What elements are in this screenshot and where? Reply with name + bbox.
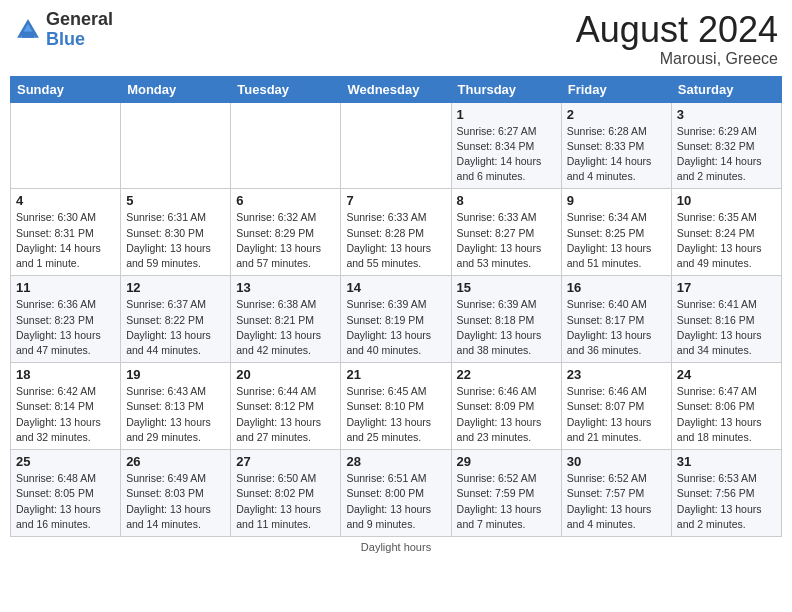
calendar-cell: 22Sunrise: 6:46 AM Sunset: 8:09 PM Dayli… — [451, 363, 561, 450]
title-block: August 2024 Marousi, Greece — [576, 10, 778, 68]
calendar-cell: 28Sunrise: 6:51 AM Sunset: 8:00 PM Dayli… — [341, 450, 451, 537]
day-number: 29 — [457, 454, 556, 469]
day-info: Sunrise: 6:53 AM Sunset: 7:56 PM Dayligh… — [677, 471, 776, 532]
day-number: 3 — [677, 107, 776, 122]
day-number: 21 — [346, 367, 445, 382]
calendar-cell — [341, 102, 451, 189]
logo-icon — [14, 16, 42, 44]
calendar-cell: 17Sunrise: 6:41 AM Sunset: 8:16 PM Dayli… — [671, 276, 781, 363]
day-of-week-header: Saturday — [671, 76, 781, 102]
day-info: Sunrise: 6:36 AM Sunset: 8:23 PM Dayligh… — [16, 297, 115, 358]
day-number: 17 — [677, 280, 776, 295]
calendar-cell: 3Sunrise: 6:29 AM Sunset: 8:32 PM Daylig… — [671, 102, 781, 189]
calendar-cell: 13Sunrise: 6:38 AM Sunset: 8:21 PM Dayli… — [231, 276, 341, 363]
calendar-cell: 10Sunrise: 6:35 AM Sunset: 8:24 PM Dayli… — [671, 189, 781, 276]
day-info: Sunrise: 6:46 AM Sunset: 8:09 PM Dayligh… — [457, 384, 556, 445]
day-info: Sunrise: 6:33 AM Sunset: 8:27 PM Dayligh… — [457, 210, 556, 271]
day-number: 27 — [236, 454, 335, 469]
logo-blue-text: Blue — [46, 29, 85, 49]
calendar-cell: 1Sunrise: 6:27 AM Sunset: 8:34 PM Daylig… — [451, 102, 561, 189]
day-info: Sunrise: 6:32 AM Sunset: 8:29 PM Dayligh… — [236, 210, 335, 271]
day-info: Sunrise: 6:42 AM Sunset: 8:14 PM Dayligh… — [16, 384, 115, 445]
calendar-cell: 27Sunrise: 6:50 AM Sunset: 8:02 PM Dayli… — [231, 450, 341, 537]
calendar-cell: 8Sunrise: 6:33 AM Sunset: 8:27 PM Daylig… — [451, 189, 561, 276]
calendar-week-row: 18Sunrise: 6:42 AM Sunset: 8:14 PM Dayli… — [11, 363, 782, 450]
day-number: 20 — [236, 367, 335, 382]
calendar-cell: 31Sunrise: 6:53 AM Sunset: 7:56 PM Dayli… — [671, 450, 781, 537]
calendar-cell: 14Sunrise: 6:39 AM Sunset: 8:19 PM Dayli… — [341, 276, 451, 363]
location-subtitle: Marousi, Greece — [576, 50, 778, 68]
day-number: 22 — [457, 367, 556, 382]
day-number: 9 — [567, 193, 666, 208]
day-number: 7 — [346, 193, 445, 208]
day-info: Sunrise: 6:46 AM Sunset: 8:07 PM Dayligh… — [567, 384, 666, 445]
calendar-cell: 2Sunrise: 6:28 AM Sunset: 8:33 PM Daylig… — [561, 102, 671, 189]
day-number: 12 — [126, 280, 225, 295]
day-info: Sunrise: 6:41 AM Sunset: 8:16 PM Dayligh… — [677, 297, 776, 358]
calendar-cell: 16Sunrise: 6:40 AM Sunset: 8:17 PM Dayli… — [561, 276, 671, 363]
day-of-week-header: Friday — [561, 76, 671, 102]
calendar-cell: 7Sunrise: 6:33 AM Sunset: 8:28 PM Daylig… — [341, 189, 451, 276]
calendar-table: SundayMondayTuesdayWednesdayThursdayFrid… — [10, 76, 782, 537]
day-info: Sunrise: 6:47 AM Sunset: 8:06 PM Dayligh… — [677, 384, 776, 445]
day-info: Sunrise: 6:43 AM Sunset: 8:13 PM Dayligh… — [126, 384, 225, 445]
day-number: 19 — [126, 367, 225, 382]
calendar-cell: 15Sunrise: 6:39 AM Sunset: 8:18 PM Dayli… — [451, 276, 561, 363]
day-number: 23 — [567, 367, 666, 382]
calendar-cell: 26Sunrise: 6:49 AM Sunset: 8:03 PM Dayli… — [121, 450, 231, 537]
day-info: Sunrise: 6:50 AM Sunset: 8:02 PM Dayligh… — [236, 471, 335, 532]
day-of-week-header: Monday — [121, 76, 231, 102]
day-info: Sunrise: 6:45 AM Sunset: 8:10 PM Dayligh… — [346, 384, 445, 445]
day-info: Sunrise: 6:34 AM Sunset: 8:25 PM Dayligh… — [567, 210, 666, 271]
day-number: 2 — [567, 107, 666, 122]
day-number: 10 — [677, 193, 776, 208]
day-number: 1 — [457, 107, 556, 122]
month-year-title: August 2024 — [576, 10, 778, 50]
calendar-cell: 18Sunrise: 6:42 AM Sunset: 8:14 PM Dayli… — [11, 363, 121, 450]
day-info: Sunrise: 6:33 AM Sunset: 8:28 PM Dayligh… — [346, 210, 445, 271]
logo: General Blue — [14, 10, 113, 50]
day-of-week-header: Tuesday — [231, 76, 341, 102]
day-number: 13 — [236, 280, 335, 295]
calendar-cell: 4Sunrise: 6:30 AM Sunset: 8:31 PM Daylig… — [11, 189, 121, 276]
day-info: Sunrise: 6:44 AM Sunset: 8:12 PM Dayligh… — [236, 384, 335, 445]
day-info: Sunrise: 6:39 AM Sunset: 8:18 PM Dayligh… — [457, 297, 556, 358]
day-info: Sunrise: 6:35 AM Sunset: 8:24 PM Dayligh… — [677, 210, 776, 271]
calendar-week-row: 4Sunrise: 6:30 AM Sunset: 8:31 PM Daylig… — [11, 189, 782, 276]
day-number: 11 — [16, 280, 115, 295]
day-info: Sunrise: 6:40 AM Sunset: 8:17 PM Dayligh… — [567, 297, 666, 358]
calendar-cell: 29Sunrise: 6:52 AM Sunset: 7:59 PM Dayli… — [451, 450, 561, 537]
logo-text: General Blue — [46, 10, 113, 50]
day-info: Sunrise: 6:28 AM Sunset: 8:33 PM Dayligh… — [567, 124, 666, 185]
svg-rect-2 — [22, 31, 34, 37]
day-info: Sunrise: 6:31 AM Sunset: 8:30 PM Dayligh… — [126, 210, 225, 271]
calendar-cell: 20Sunrise: 6:44 AM Sunset: 8:12 PM Dayli… — [231, 363, 341, 450]
day-number: 16 — [567, 280, 666, 295]
calendar-header-row: SundayMondayTuesdayWednesdayThursdayFrid… — [11, 76, 782, 102]
day-number: 5 — [126, 193, 225, 208]
calendar-cell: 21Sunrise: 6:45 AM Sunset: 8:10 PM Dayli… — [341, 363, 451, 450]
footer-note: Daylight hours — [10, 541, 782, 553]
calendar-week-row: 25Sunrise: 6:48 AM Sunset: 8:05 PM Dayli… — [11, 450, 782, 537]
day-number: 30 — [567, 454, 666, 469]
calendar-cell — [121, 102, 231, 189]
day-number: 8 — [457, 193, 556, 208]
day-number: 18 — [16, 367, 115, 382]
daylight-label: Daylight hours — [361, 541, 431, 553]
day-info: Sunrise: 6:52 AM Sunset: 7:59 PM Dayligh… — [457, 471, 556, 532]
day-number: 15 — [457, 280, 556, 295]
day-number: 25 — [16, 454, 115, 469]
day-number: 6 — [236, 193, 335, 208]
day-info: Sunrise: 6:48 AM Sunset: 8:05 PM Dayligh… — [16, 471, 115, 532]
calendar-cell: 11Sunrise: 6:36 AM Sunset: 8:23 PM Dayli… — [11, 276, 121, 363]
day-number: 4 — [16, 193, 115, 208]
calendar-week-row: 1Sunrise: 6:27 AM Sunset: 8:34 PM Daylig… — [11, 102, 782, 189]
day-info: Sunrise: 6:30 AM Sunset: 8:31 PM Dayligh… — [16, 210, 115, 271]
calendar-cell: 25Sunrise: 6:48 AM Sunset: 8:05 PM Dayli… — [11, 450, 121, 537]
calendar-cell: 6Sunrise: 6:32 AM Sunset: 8:29 PM Daylig… — [231, 189, 341, 276]
day-number: 31 — [677, 454, 776, 469]
day-info: Sunrise: 6:51 AM Sunset: 8:00 PM Dayligh… — [346, 471, 445, 532]
day-info: Sunrise: 6:38 AM Sunset: 8:21 PM Dayligh… — [236, 297, 335, 358]
calendar-cell: 5Sunrise: 6:31 AM Sunset: 8:30 PM Daylig… — [121, 189, 231, 276]
day-number: 26 — [126, 454, 225, 469]
